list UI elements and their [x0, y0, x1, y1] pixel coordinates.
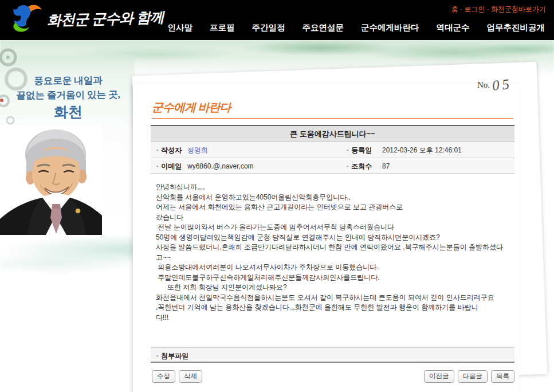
- slogan-line-2: 끝없는 즐거움이 있는 곳,: [0, 87, 136, 103]
- governor-photo: [0, 125, 102, 235]
- views-value: 87: [382, 158, 514, 174]
- next-post-button[interactable]: 다음글: [458, 370, 488, 383]
- slogan-line-1: 풍요로운 내일과: [0, 73, 136, 88]
- author-value[interactable]: 정명희: [187, 142, 341, 158]
- attachment-label: 첨부파일: [151, 352, 188, 360]
- nav-item-profile[interactable]: 프로필: [210, 22, 235, 33]
- nav-item-past-governors[interactable]: 역대군수: [437, 22, 470, 33]
- nav-item-expense-disclosure[interactable]: 업무추진비공개: [487, 22, 545, 33]
- nav-item-weekly-schedule[interactable]: 주간일정: [252, 22, 285, 33]
- content-panel: No. 05 군수에게 바란다 큰 도움에감사드립니다~~ 작성자 정명희 등록…: [133, 84, 519, 392]
- date-value: 2012-03-26 오후 12:46:01: [382, 142, 514, 158]
- post-number-value: 05: [492, 77, 513, 93]
- right-button-group: 이전글 다음글 목록: [424, 370, 514, 383]
- nav-item-major-speeches[interactable]: 주요연설문: [302, 22, 344, 33]
- post-number: No. 05: [477, 78, 512, 92]
- post-subject: 큰 도움에감사드립니다~~: [151, 125, 514, 142]
- email-label: 이메일: [151, 158, 187, 174]
- email-value: wy6860.@,naver,com: [187, 158, 341, 174]
- edit-button[interactable]: 수정: [152, 370, 175, 383]
- title-divider: [152, 118, 513, 119]
- nav-item-greeting[interactable]: 인사말: [168, 22, 193, 33]
- site-logo[interactable]: 화천군 군수와 함께: [10, 3, 164, 33]
- table-row: 작성자 정명희 등록일 2012-03-26 오후 12:46:01: [151, 142, 514, 158]
- attachment-row: 첨부파일: [151, 347, 514, 363]
- utility-links[interactable]: 홈 · 로그인 · 화천군청바로가기: [451, 5, 546, 14]
- post-info-table: 큰 도움에감사드립니다~~ 작성자 정명희 등록일 2012-03-26 오후 …: [151, 125, 514, 174]
- delete-button[interactable]: 삭제: [179, 370, 202, 383]
- button-bar: 수정 삭제 이전글 다음글 목록: [152, 370, 514, 383]
- page-title: 군수에게 바란다: [152, 100, 231, 115]
- post-number-label: No.: [477, 80, 490, 92]
- date-label: 등록일: [341, 142, 382, 158]
- page: 화천군 군수와 함께 홈 · 로그인 · 화천군청바로가기 인사말 프로필 주간…: [0, 0, 554, 392]
- post-body: 안녕하십니까,,,, 산악회를 서울에서 운영하고있는4050어울림산악회총무입…: [156, 182, 509, 323]
- nav-item-wish-to-governor[interactable]: 군수에게바란다: [361, 22, 419, 33]
- logo-text: 화천군 군수와 함께: [47, 7, 164, 29]
- prev-post-button[interactable]: 이전글: [424, 370, 454, 383]
- views-label: 조회수: [341, 158, 382, 174]
- county-slogan: 풍요로운 내일과 끝없는 즐거움이 있는 곳, 화천: [0, 73, 136, 121]
- author-label: 작성자: [151, 142, 187, 158]
- slogan-line-3: 화천: [0, 103, 136, 121]
- list-button[interactable]: 목록: [491, 370, 514, 383]
- hwacheon-bird-logo-icon: [10, 3, 42, 33]
- main-nav: 인사말 프로필 주간일정 주요연설문 군수에게바란다 역대군수 업무추진비공개: [168, 22, 545, 33]
- table-row: 이메일 wy6860.@,naver,com 조회수 87: [151, 158, 514, 174]
- site-header: 화천군 군수와 함께 홈 · 로그인 · 화천군청바로가기 인사말 프로필 주간…: [0, 0, 554, 40]
- left-button-group: 수정 삭제: [152, 370, 202, 383]
